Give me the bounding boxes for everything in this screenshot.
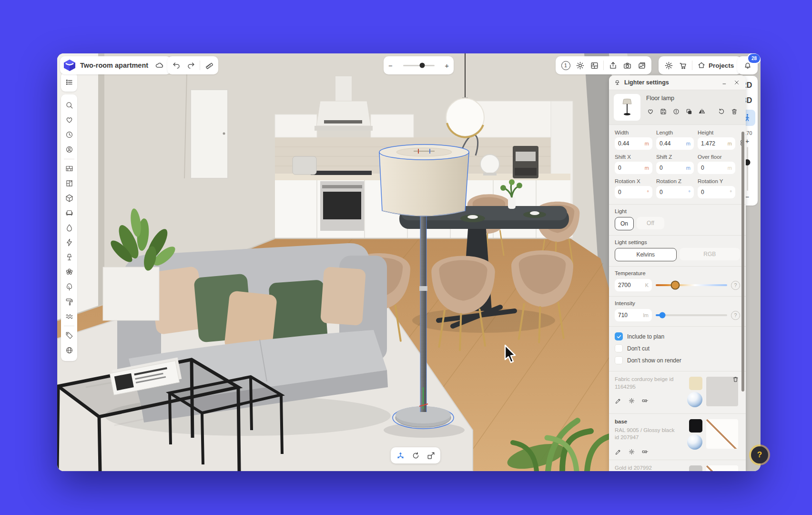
gear-icon[interactable]: [628, 448, 635, 455]
temperature-help-icon[interactable]: ?: [731, 281, 740, 290]
rgb-tab[interactable]: RGB: [680, 248, 741, 260]
panorama-icon[interactable]: [587, 57, 601, 73]
material-color-swatch[interactable]: [689, 377, 702, 390]
intensity-input[interactable]: 710lm: [615, 309, 652, 321]
door[interactable]: [191, 90, 228, 178]
ruler-button[interactable]: [202, 57, 216, 73]
rotation-y-input[interactable]: 0°: [698, 186, 735, 198]
sidebar-item-electronics[interactable]: [62, 235, 76, 250]
rotate-icon: [411, 451, 420, 460]
kelvins-tab[interactable]: Kelvins: [615, 248, 677, 261]
sidebar-item-decor[interactable]: [62, 265, 76, 279]
width-input[interactable]: 0.44m: [615, 137, 652, 150]
sidebar-item-plants[interactable]: [62, 279, 76, 294]
catalog-sidebar: [61, 94, 77, 361]
rotate-tool-button[interactable]: [408, 447, 423, 464]
reset-button[interactable]: [717, 107, 726, 116]
sidebar-item-favorites[interactable]: [62, 113, 76, 127]
sidebar-item-furniture[interactable]: [62, 206, 76, 220]
gear-icon[interactable]: [628, 397, 635, 404]
undo-button[interactable]: [169, 57, 183, 73]
height-slider[interactable]: [747, 147, 748, 191]
sidebar-item-objects[interactable]: [62, 191, 76, 206]
eyedropper-icon[interactable]: [615, 397, 622, 404]
sidebar-item-history[interactable]: [62, 127, 76, 142]
length-input[interactable]: 0.44m: [656, 137, 694, 150]
spray-chevron-icon[interactable]: [641, 448, 649, 455]
over-floor-input[interactable]: 0m: [698, 162, 735, 174]
project-title[interactable]: Two-room apartment: [80, 62, 148, 69]
delete-trash-button[interactable]: [730, 107, 739, 116]
favorite-heart-button[interactable]: [646, 107, 655, 116]
material-row-gold[interactable]: Gold id 207992: [609, 460, 746, 471]
material-row-fabric[interactable]: Fabric corduroy beige id 1164295: [609, 371, 746, 413]
minimize-icon: [721, 79, 728, 86]
minimize-panel-button[interactable]: [721, 78, 729, 87]
info-button[interactable]: [672, 107, 680, 116]
temperature-slider[interactable]: [656, 284, 727, 286]
zoom-out-button[interactable]: −: [388, 62, 393, 70]
app-window: Two-room apartment − + 1: [57, 53, 761, 471]
material-row-base[interactable]: base RAL 9005 / Glossy black id 207947: [609, 413, 746, 460]
sidebar-item-catalog-list[interactable]: [61, 72, 77, 92]
shopping-cart-icon[interactable]: [676, 57, 690, 73]
sidebar-item-language[interactable]: [62, 343, 76, 358]
height-input[interactable]: 1.472m: [698, 137, 735, 150]
sidebar-item-bathroom[interactable]: [62, 220, 76, 235]
mirror-button[interactable]: [698, 107, 706, 116]
sidebar-item-lighting[interactable]: [62, 250, 76, 265]
sidebar-item-walls[interactable]: [62, 161, 76, 176]
material-delete-button[interactable]: [732, 376, 739, 384]
dont-cut-checkbox[interactable]: Don't cut: [615, 342, 740, 354]
sidebar-item-price-tag[interactable]: [62, 328, 76, 343]
rotation-x-input[interactable]: 0°: [615, 186, 652, 198]
zoom-slider[interactable]: [403, 65, 435, 66]
zoom-in-button[interactable]: +: [445, 62, 449, 70]
brightness-icon[interactable]: [573, 57, 587, 73]
camera-icon[interactable]: [620, 57, 634, 73]
temperature-slider-knob[interactable]: [670, 281, 680, 290]
duplicate-button[interactable]: [685, 107, 693, 116]
redo-button[interactable]: [183, 57, 198, 73]
light-on-button[interactable]: On: [615, 217, 634, 230]
gallery-icon[interactable]: [634, 57, 649, 73]
notifications-button[interactable]: 28: [737, 56, 758, 74]
cloud-sync-icon[interactable]: [152, 57, 166, 73]
material-color-swatch[interactable]: [689, 419, 702, 433]
shift-z-input[interactable]: 0m: [656, 162, 694, 174]
project-chip: Two-room apartment: [60, 56, 171, 74]
eyedropper-icon[interactable]: [615, 448, 622, 455]
zoom-slider-knob[interactable]: [420, 63, 425, 68]
dont-show-on-render-checkbox[interactable]: Don't show on render: [615, 354, 740, 366]
sidebar-item-account[interactable]: [62, 142, 76, 157]
export-icon[interactable]: [606, 57, 620, 73]
check-icon: [616, 334, 622, 340]
settings-gear-icon[interactable]: [661, 57, 676, 73]
intensity-slider[interactable]: [656, 314, 727, 316]
intensity-slider-knob[interactable]: [659, 312, 665, 319]
spray-chevron-icon[interactable]: [641, 397, 649, 404]
include-to-plan-checkbox[interactable]: Include to plan: [615, 330, 740, 342]
rotation-z-input[interactable]: 0°: [656, 186, 694, 198]
light-off-button[interactable]: Off: [637, 217, 664, 229]
sidebar-item-search[interactable]: [62, 98, 76, 113]
app-logo-icon[interactable]: [63, 59, 76, 72]
first-person-icon[interactable]: 1: [558, 57, 573, 73]
item-thumbnail[interactable]: [614, 94, 640, 121]
sidebar-item-materials[interactable]: [62, 294, 76, 309]
temperature-input[interactable]: 2700K: [615, 279, 652, 291]
help-button[interactable]: ?: [751, 446, 768, 464]
scale-tool-button[interactable]: [423, 447, 438, 464]
move-tool-button[interactable]: [393, 447, 408, 464]
material-texture-preview[interactable]: [706, 419, 738, 449]
material-color-swatch[interactable]: [689, 465, 702, 471]
close-panel-button[interactable]: [732, 78, 741, 87]
intensity-help-icon[interactable]: ?: [731, 311, 740, 320]
projects-button[interactable]: Projects: [694, 61, 739, 70]
sidebar-item-doors-windows[interactable]: [62, 176, 76, 191]
material-texture-preview[interactable]: [706, 465, 738, 471]
save-button[interactable]: [659, 107, 668, 116]
shift-x-input[interactable]: 0m: [615, 162, 652, 174]
panel-scrollbar[interactable]: [741, 132, 744, 391]
sidebar-item-curves[interactable]: [62, 309, 76, 324]
